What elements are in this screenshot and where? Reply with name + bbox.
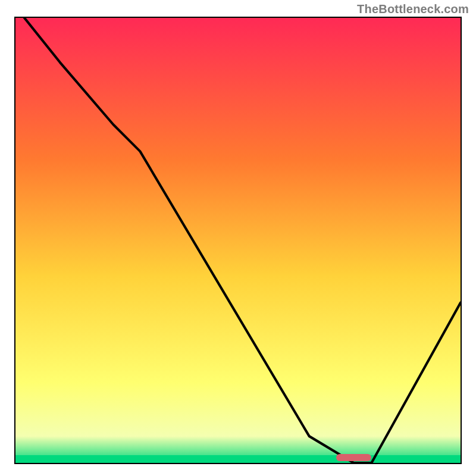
curve-polyline	[24, 18, 461, 463]
chart-frame: TheBottleneck.com	[0, 0, 476, 476]
watermark-text: TheBottleneck.com	[357, 2, 469, 16]
optimal-marker	[336, 454, 372, 461]
bottleneck-curve	[15, 18, 461, 463]
plot-area	[14, 17, 462, 464]
